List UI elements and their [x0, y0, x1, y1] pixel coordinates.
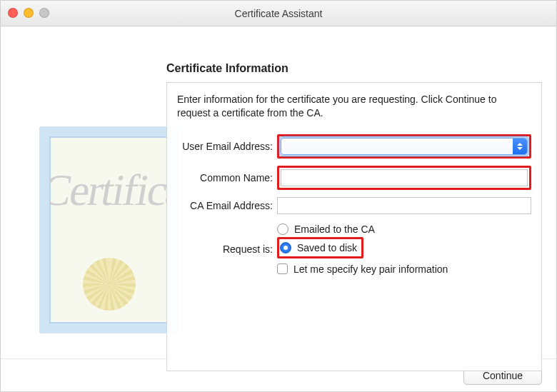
- window-body: Certificate Certificate Information Ente…: [1, 26, 556, 358]
- main-panel: Certificate Information Enter informatio…: [166, 62, 542, 371]
- request-is-label: Request is:: [177, 243, 277, 255]
- form-box: Enter information for the certificate yo…: [166, 82, 542, 371]
- title-bar: Certificate Assistant: [1, 1, 556, 26]
- minimize-icon[interactable]: [24, 8, 34, 18]
- radio-emailed[interactable]: Emailed to the CA: [277, 221, 531, 237]
- radio-emailed-label: Emailed to the CA: [294, 223, 375, 235]
- certificate-assistant-window: Certificate Assistant Certificate Certif…: [0, 0, 557, 392]
- highlight-common-name: [277, 166, 531, 190]
- radio-saved-label: Saved to disk: [297, 242, 357, 253]
- close-icon[interactable]: [8, 8, 18, 18]
- instructions: Enter information for the certificate yo…: [177, 93, 531, 120]
- radio-icon[interactable]: [280, 242, 291, 253]
- keypair-checkbox-row[interactable]: Let me specify key pair information: [277, 261, 531, 277]
- page-title: Certificate Information: [166, 62, 542, 75]
- zoom-icon: [39, 8, 49, 18]
- ca-email-label: CA Email Address:: [177, 200, 277, 211]
- window-title: Certificate Assistant: [235, 8, 323, 19]
- checkbox-icon[interactable]: [277, 263, 288, 274]
- user-email-label: User Email Address:: [177, 141, 277, 152]
- highlight-saved: Saved to disk: [277, 237, 363, 258]
- common-name-label: Common Name:: [177, 172, 277, 184]
- window-controls: [8, 8, 49, 18]
- radio-icon[interactable]: [277, 223, 288, 235]
- ca-email-field[interactable]: [277, 197, 531, 214]
- common-name-field[interactable]: [281, 169, 528, 186]
- seal-icon: [83, 258, 136, 311]
- certificate-illustration: Certificate: [39, 126, 179, 333]
- user-email-field[interactable]: [281, 138, 528, 155]
- chevron-up-down-icon[interactable]: [513, 139, 527, 154]
- highlight-user-email: [277, 134, 531, 159]
- keypair-label: Let me specify key pair information: [293, 263, 448, 275]
- radio-saved[interactable]: Saved to disk: [280, 240, 357, 256]
